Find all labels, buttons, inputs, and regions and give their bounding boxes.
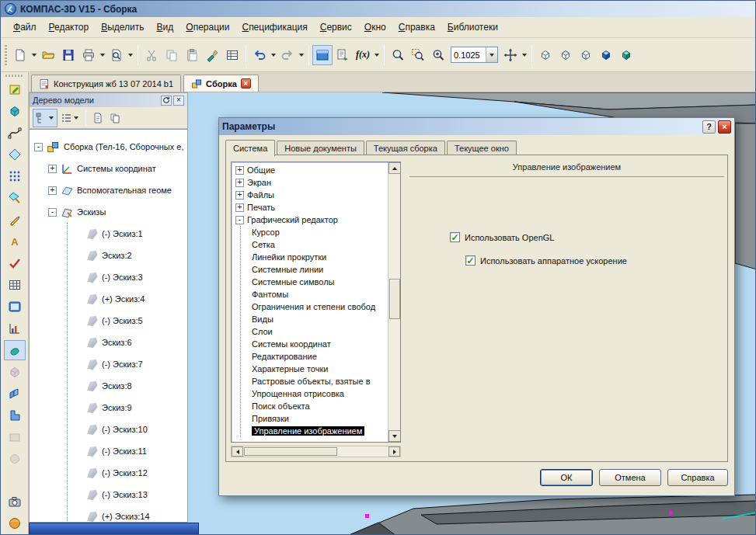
zoom-combo-dropdown-icon[interactable]: [486, 47, 497, 62]
tree-item-sketch[interactable]: (-) Эскиз:13: [68, 484, 187, 505]
tree-structure-mode-button[interactable]: [33, 109, 57, 127]
tree-item-sketch[interactable]: (+) Эскиз:14: [68, 505, 187, 522]
undo-button[interactable]: [249, 45, 277, 65]
help-button[interactable]: Справка: [667, 469, 728, 486]
rebuild-button[interactable]: [161, 96, 172, 106]
tab-close-button[interactable]: ×: [241, 78, 251, 89]
settings-item[interactable]: +Файлы: [233, 189, 388, 201]
settings-item[interactable]: Линейки прокрутки: [241, 251, 388, 263]
operation-b-button[interactable]: [4, 449, 26, 469]
save-button[interactable]: [58, 45, 78, 65]
scroll-up-button[interactable]: [388, 162, 401, 174]
settings-item[interactable]: +Экран: [233, 176, 388, 189]
text-tool-button[interactable]: А: [4, 231, 26, 252]
camera-button[interactable]: [4, 492, 26, 512]
settings-item[interactable]: +Печать: [233, 201, 388, 214]
dialog-titlebar[interactable]: Параметры ? ×: [219, 118, 734, 135]
expander-icon[interactable]: +: [235, 203, 244, 212]
settings-item[interactable]: Редактирование: [241, 350, 388, 363]
menu-view[interactable]: Вид: [151, 19, 180, 36]
dialog-close-button[interactable]: ×: [718, 120, 731, 134]
tree-item-sketch[interactable]: (-) Эскиз:11: [68, 440, 187, 462]
pan-button[interactable]: [500, 45, 528, 65]
copy-style-button[interactable]: [202, 45, 222, 65]
tree-item-sketch[interactable]: Эскиз:9: [68, 397, 187, 419]
tab-current-assembly[interactable]: Текущая сборка: [366, 141, 445, 155]
menu-file[interactable]: Файл: [7, 19, 43, 36]
menu-libraries[interactable]: Библиотеки: [441, 19, 504, 36]
cut-button[interactable]: [141, 45, 162, 65]
tree-item-sketch[interactable]: Эскиз:8: [68, 375, 187, 397]
titlebar[interactable]: КОМПАС-3D V15 - Сборка: [1, 1, 755, 17]
orientation-front-button[interactable]: [535, 45, 556, 65]
ok-button[interactable]: ОК: [540, 469, 593, 486]
menu-help[interactable]: Справка: [392, 19, 441, 36]
menu-specification[interactable]: Спецификация: [235, 19, 313, 36]
collapsed-panel-bar[interactable]: [29, 523, 199, 535]
opengl-checkbox-row[interactable]: ✓ Использовать OpenGL: [450, 232, 554, 242]
copy-button[interactable]: [162, 45, 182, 65]
settings-item[interactable]: Ограничения и степени свобод: [241, 301, 388, 313]
tree-item-sketches[interactable]: - Эскизы: [30, 201, 187, 223]
scroll-down-button[interactable]: [388, 430, 401, 442]
print-button[interactable]: [78, 45, 106, 65]
model-tree-header[interactable]: Дерево модели ×: [30, 93, 187, 107]
pan-dropdown-icon[interactable]: [522, 54, 527, 57]
hardware-accel-checkbox-row[interactable]: ✓ Использовать аппаратное ускорение: [465, 255, 627, 266]
preview-dropdown-icon[interactable]: [128, 54, 133, 57]
toolbar-grip[interactable]: [5, 75, 24, 77]
expander-icon[interactable]: +: [48, 186, 57, 195]
tree-item-sketch[interactable]: Эскиз:2: [68, 245, 187, 266]
specification-button[interactable]: [222, 45, 242, 65]
report-button[interactable]: [89, 109, 106, 127]
zoom-value-input[interactable]: [451, 50, 486, 61]
open-button[interactable]: [38, 45, 58, 65]
dialog-help-button[interactable]: ?: [702, 120, 716, 134]
pencil-button[interactable]: [4, 210, 26, 230]
settings-item-selected[interactable]: Управление изображением: [241, 425, 388, 437]
expander-icon[interactable]: +: [235, 179, 244, 187]
sphere-button[interactable]: [4, 513, 26, 533]
menu-edit[interactable]: Редактор: [43, 19, 96, 36]
settings-item[interactable]: Курсор: [241, 226, 388, 238]
settings-item[interactable]: Фантомы: [241, 288, 388, 301]
orientation-top-button[interactable]: [556, 45, 576, 65]
settings-item[interactable]: Виды: [241, 313, 388, 325]
doc-tab-konstrukcija[interactable]: Конструкция жб 13 07 2014 b1: [31, 75, 181, 92]
zoom-area-button[interactable]: [408, 45, 428, 65]
check-tool-button[interactable]: [4, 253, 26, 273]
edit-part-button[interactable]: [4, 79, 26, 99]
fx-button[interactable]: f(x): [353, 45, 381, 65]
expander-icon[interactable]: -: [34, 143, 43, 151]
fx-dropdown-icon[interactable]: [375, 54, 379, 57]
settings-item[interactable]: Поиск объекта: [241, 400, 388, 412]
toolbar-grip[interactable]: [5, 45, 7, 65]
redo-button[interactable]: [277, 45, 305, 65]
wireframe-view-button[interactable]: [616, 45, 636, 65]
settings-item[interactable]: Системные символы: [241, 276, 388, 288]
close-panel-button[interactable]: ×: [173, 96, 184, 106]
orientation-iso-button[interactable]: [576, 45, 596, 65]
settings-item[interactable]: Растровые объекты, взятые в: [241, 375, 388, 387]
redo-dropdown-icon[interactable]: [299, 54, 304, 57]
paste-button[interactable]: [182, 45, 202, 65]
tree-item-sketch[interactable]: (+) Эскиз:4: [68, 288, 187, 310]
vertical-scrollbar[interactable]: [388, 162, 400, 442]
diagram-button[interactable]: [4, 318, 26, 339]
checkbox-checked-icon[interactable]: ✓: [450, 232, 460, 242]
tab-new-documents[interactable]: Новые документы: [277, 141, 364, 155]
tree-item-sketch[interactable]: (-) Эскиз:12: [68, 462, 187, 484]
horizontal-scrollbar[interactable]: [231, 446, 401, 457]
menu-window[interactable]: Окно: [358, 19, 392, 36]
show-window-button[interactable]: [312, 45, 333, 65]
tree-item-sketch[interactable]: (-) Эскиз:10: [68, 419, 187, 440]
tab-current-window[interactable]: Текущее окно: [447, 141, 517, 155]
settings-item[interactable]: Характерные точки: [241, 363, 388, 375]
variables-button[interactable]: [333, 45, 353, 65]
settings-item[interactable]: Упрощенная отрисовка: [241, 387, 388, 400]
tree-item-sketch[interactable]: (-) Эскиз:1: [68, 223, 187, 245]
tab-system[interactable]: Система: [225, 140, 275, 156]
tree-item-sketch[interactable]: (-) Эскиз:3: [68, 266, 187, 288]
menu-service[interactable]: Сервис: [314, 19, 358, 36]
current-mode-button[interactable]: [4, 340, 26, 360]
